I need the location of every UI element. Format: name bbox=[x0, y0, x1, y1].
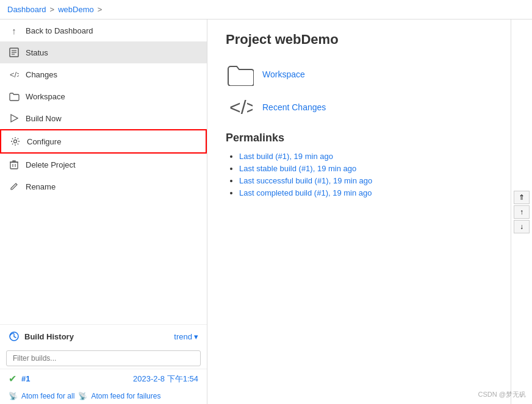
filter-input-wrap bbox=[0, 348, 207, 369]
folder-icon bbox=[9, 91, 20, 102]
svg-point-6 bbox=[14, 140, 17, 143]
breadcrumb-dashboard[interactable]: Dashboard bbox=[7, 5, 46, 14]
sidebar-item-status[interactable]: Status bbox=[0, 41, 207, 63]
project-title: Project webDemo bbox=[226, 32, 492, 48]
permalink-link-3[interactable]: Last completed build (#1), 19 min ago bbox=[239, 188, 372, 197]
recent-changes-icon: </> bbox=[226, 95, 255, 119]
svg-rect-7 bbox=[10, 162, 18, 169]
scroll-up-button[interactable]: ↑ bbox=[514, 205, 530, 219]
breadcrumb-sep-2: > bbox=[98, 5, 102, 14]
workspace-link-text[interactable]: Workspace bbox=[262, 69, 305, 79]
sidebar-label-workspace: Workspace bbox=[26, 92, 65, 101]
breadcrumb-webdemo[interactable]: webDemo bbox=[58, 5, 94, 14]
sidebar-item-rename[interactable]: Rename bbox=[0, 175, 207, 197]
sidebar-item-configure[interactable]: Configure bbox=[0, 129, 207, 154]
list-item: Last stable build (#1), 19 min ago bbox=[239, 164, 492, 173]
rss-failures-icon: 📡 bbox=[78, 392, 87, 400]
build-history-icon bbox=[9, 331, 20, 342]
permalink-link-1[interactable]: Last stable build (#1), 19 min ago bbox=[239, 164, 356, 173]
recent-changes-link-text[interactable]: Recent Changes bbox=[262, 102, 326, 112]
sidebar-label-rename: Rename bbox=[26, 182, 56, 191]
build-history-title: Build History bbox=[24, 332, 169, 341]
chevron-down-icon: ▾ bbox=[194, 332, 198, 341]
main-content: Project webDemo Workspace </> bbox=[207, 19, 511, 404]
svg-text:</>: </> bbox=[10, 70, 19, 79]
recent-changes-quick-link: </> Recent Changes bbox=[226, 95, 492, 119]
svg-text:</>: </> bbox=[229, 96, 253, 118]
play-icon bbox=[9, 113, 20, 124]
build-success-icon: ✔ bbox=[9, 373, 16, 385]
list-item: Last completed build (#1), 19 min ago bbox=[239, 188, 492, 197]
atom-feeds: 📡 Atom feed for all 📡 Atom feed for fail… bbox=[0, 388, 207, 404]
build-number[interactable]: #1 bbox=[21, 374, 30, 383]
quick-links: Workspace </> Recent Changes bbox=[226, 62, 492, 119]
gear-icon bbox=[10, 136, 21, 147]
layout: ↑ Back to Dashboard Status bbox=[0, 19, 532, 404]
filter-builds-input[interactable] bbox=[6, 350, 201, 366]
sidebar-item-workspace[interactable]: Workspace bbox=[0, 85, 207, 107]
permalink-link-2[interactable]: Last successful build (#1), 19 min ago bbox=[239, 176, 372, 185]
sidebar-item-delete-project[interactable]: Delete Project bbox=[0, 154, 207, 175]
changes-icon: </> bbox=[9, 69, 20, 80]
trash-icon bbox=[9, 159, 20, 170]
atom-feed-all-link[interactable]: Atom feed for all bbox=[21, 392, 74, 400]
top-bar: Dashboard > webDemo > bbox=[0, 0, 532, 19]
rss-all-icon: 📡 bbox=[9, 392, 18, 400]
scroll-down-button[interactable]: ↓ bbox=[514, 220, 530, 233]
sidebar-label-delete-project: Delete Project bbox=[26, 160, 76, 169]
up-arrow-icon: ↑ bbox=[9, 25, 20, 36]
sidebar-nav: ↑ Back to Dashboard Status bbox=[0, 19, 207, 324]
build-date[interactable]: 2023-2-8 下午1:54 bbox=[133, 374, 198, 385]
build-history-header: Build History trend ▾ bbox=[0, 324, 207, 348]
pencil-icon bbox=[9, 181, 20, 192]
sidebar-label-status: Status bbox=[26, 48, 48, 57]
sidebar-label-back: Back to Dashboard bbox=[26, 26, 93, 35]
permalinks-title: Permalinks bbox=[226, 132, 492, 144]
trend-link[interactable]: trend ▾ bbox=[174, 332, 198, 341]
atom-feed-failures-link[interactable]: Atom feed for failures bbox=[91, 392, 160, 400]
sidebar: ↑ Back to Dashboard Status bbox=[0, 19, 207, 404]
list-item: Last successful build (#1), 19 min ago bbox=[239, 176, 492, 185]
workspace-quick-link: Workspace bbox=[226, 62, 492, 87]
permalink-link-0[interactable]: Last build (#1), 19 min ago bbox=[239, 152, 333, 161]
sidebar-item-back-to-dashboard[interactable]: ↑ Back to Dashboard bbox=[0, 19, 207, 41]
scroll-top-button[interactable]: ⇑ bbox=[514, 191, 530, 204]
sidebar-item-changes[interactable]: </> Changes bbox=[0, 63, 207, 85]
watermark: CSDN @梦无矾 bbox=[478, 390, 526, 399]
svg-marker-5 bbox=[11, 115, 18, 122]
scroll-buttons: ⇑ ↑ ↓ bbox=[511, 19, 532, 404]
sidebar-label-changes: Changes bbox=[26, 70, 57, 79]
sidebar-label-build-now: Build Now bbox=[26, 114, 62, 123]
breadcrumb-sep-1: > bbox=[50, 5, 55, 14]
build-item: ✔ #1 2023-2-8 下午1:54 bbox=[0, 369, 207, 388]
list-item: Last build (#1), 19 min ago bbox=[239, 152, 492, 161]
status-icon bbox=[9, 47, 20, 58]
workspace-folder-icon bbox=[226, 62, 255, 87]
sidebar-item-build-now[interactable]: Build Now bbox=[0, 107, 207, 129]
permalink-list: Last build (#1), 19 min ago Last stable … bbox=[226, 152, 492, 197]
sidebar-label-configure: Configure bbox=[27, 137, 61, 146]
